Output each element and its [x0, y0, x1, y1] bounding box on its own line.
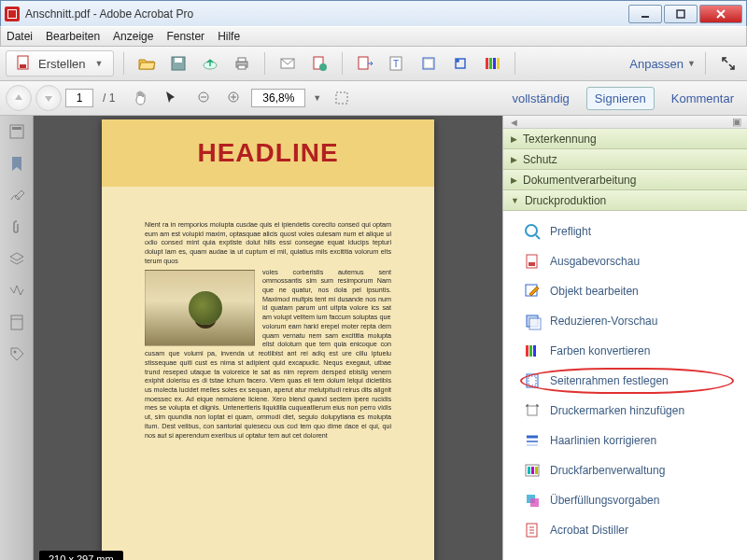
distiller-icon: [524, 522, 541, 539]
chevron-down-icon: ▼: [687, 59, 696, 68]
save-button[interactable]: [165, 50, 191, 77]
layers-icon[interactable]: [8, 250, 25, 267]
page-boxes-icon: [524, 372, 541, 389]
window-titlebar: Anschnitt.pdf - Adobe Acrobat Pro: [0, 0, 747, 26]
preflight-icon: [524, 223, 541, 240]
section-texterkennung[interactable]: ▶Texterkennung: [503, 129, 747, 149]
thumbnails-icon[interactable]: [8, 123, 25, 140]
section-dokumentverarbeitung[interactable]: ▶Dokumentverarbeitung: [503, 170, 747, 190]
menu-anzeige[interactable]: Anzeige: [113, 30, 153, 43]
svg-rect-1: [677, 10, 684, 18]
arrow-down-icon: [43, 92, 54, 104]
printer-marks-button[interactable]: [416, 50, 442, 77]
page-total: / 1: [103, 91, 115, 105]
zigzag-icon[interactable]: [8, 282, 25, 299]
zoom-input[interactable]: [251, 89, 305, 107]
chevron-right-icon: ▶: [511, 155, 517, 164]
tool-druckfarben[interactable]: Druckfarbenverwaltung: [503, 455, 747, 485]
tool-reduzieren-vorschau[interactable]: Reduzieren-Vorschau: [503, 306, 747, 336]
toolbar-main: Erstellen ▼ T Anpassen ▼: [0, 47, 747, 81]
page-dimensions-tooltip: 210 x 297 mm: [39, 551, 123, 560]
svg-point-21: [456, 59, 459, 63]
svg-rect-11: [238, 65, 246, 69]
menu-datei[interactable]: Datei: [7, 30, 33, 43]
signatures-icon[interactable]: [8, 187, 25, 203]
menu-bearbeiten[interactable]: Bearbeiten: [46, 30, 100, 43]
color-button[interactable]: [479, 50, 505, 77]
svg-rect-34: [11, 315, 22, 329]
tool-preflight[interactable]: Preflight: [503, 217, 747, 246]
open-button[interactable]: [134, 50, 160, 77]
color-bars-icon: [484, 55, 500, 72]
printer-icon: [233, 55, 250, 72]
page-up-button[interactable]: [6, 85, 32, 111]
text-edit-icon: T: [388, 55, 405, 72]
crop-button[interactable]: [447, 50, 473, 77]
tool-ueberfuellung[interactable]: Überfüllungsvorgaben: [503, 485, 747, 515]
marquee-zoom-button[interactable]: [329, 85, 355, 111]
tools-panel: ◄ ▣ ▶Texterkennung ▶Schutz ▶Dokumentvera…: [502, 116, 747, 560]
panel-collapse-button[interactable]: ◄ ▣: [503, 116, 747, 129]
select-tool-button[interactable]: [158, 85, 184, 111]
page-box-icon[interactable]: [8, 314, 25, 330]
minimize-button[interactable]: [628, 5, 662, 23]
menu-fenster[interactable]: Fenster: [166, 30, 204, 43]
email-button[interactable]: [275, 50, 301, 77]
svg-rect-62: [530, 498, 539, 507]
svg-rect-33: [12, 127, 21, 130]
document-viewport[interactable]: HEADLINE Nient ra in remporios molupta c…: [34, 116, 502, 560]
svg-rect-45: [529, 345, 532, 357]
cloud-button[interactable]: [197, 50, 223, 77]
tool-ausgabevorschau[interactable]: Ausgabevorschau: [503, 246, 747, 276]
pdf-share-icon: [311, 55, 328, 72]
tool-farben-konvertieren[interactable]: Farben konvertieren: [503, 336, 747, 366]
crop-icon: [452, 55, 469, 72]
link-vollstaendig[interactable]: vollständig: [504, 88, 576, 109]
link-kommentar[interactable]: Kommentar: [664, 88, 741, 109]
print-button[interactable]: [229, 50, 255, 77]
svg-text:T: T: [393, 59, 399, 69]
create-button[interactable]: Erstellen ▼: [6, 50, 114, 77]
chevron-right-icon: ▶: [511, 175, 517, 185]
fullscreen-button[interactable]: [715, 50, 741, 77]
expand-icon: [720, 55, 737, 72]
edit-text-button[interactable]: T: [384, 50, 410, 77]
window-title: Anschnitt.pdf - Adobe Acrobat Pro: [25, 7, 627, 21]
svg-rect-15: [359, 57, 368, 69]
tool-distiller[interactable]: Acrobat Distiller: [503, 515, 747, 545]
tag-icon[interactable]: [8, 345, 25, 362]
hand-tool-button[interactable]: [128, 85, 154, 111]
link-signieren[interactable]: Signieren: [586, 87, 655, 110]
svg-rect-49: [528, 406, 537, 415]
section-druckproduktion[interactable]: ▼Druckproduktion: [503, 190, 747, 211]
zoom-out-button[interactable]: [191, 85, 218, 111]
export-pdf-button[interactable]: [352, 50, 378, 77]
svg-point-36: [13, 351, 16, 354]
menu-hilfe[interactable]: Hilfe: [218, 30, 240, 43]
page-number-input[interactable]: [65, 89, 93, 107]
customize-button[interactable]: Anpassen ▼: [629, 57, 696, 71]
svg-rect-59: [531, 467, 534, 474]
tool-seitenrahmen-festlegen[interactable]: Seitenrahmen festlegen: [503, 366, 747, 396]
cursor-icon: [162, 90, 179, 106]
hairlines-icon: [524, 432, 541, 449]
section-schutz[interactable]: ▶Schutz: [503, 149, 747, 170]
create-label: Erstellen: [38, 57, 86, 71]
attachments-icon[interactable]: [8, 218, 25, 235]
arrow-up-icon: [13, 92, 24, 104]
svg-rect-44: [526, 345, 529, 357]
tool-druckermarken[interactable]: Druckermarken hinzufügen: [503, 396, 747, 426]
hand-icon: [133, 90, 149, 106]
app-icon: [5, 7, 20, 21]
share-button[interactable]: [306, 50, 332, 77]
marquee-icon: [333, 90, 350, 106]
tool-haarlinien[interactable]: Haarlinien korrigieren: [503, 426, 747, 455]
tool-objekt-bearbeiten[interactable]: Objekt bearbeiten: [503, 276, 747, 306]
chevron-down-icon[interactable]: ▼: [313, 93, 321, 103]
page-down-button[interactable]: [35, 85, 62, 111]
zoom-in-button[interactable]: [221, 85, 247, 111]
close-button[interactable]: [699, 5, 742, 23]
bookmark-icon[interactable]: [8, 155, 25, 172]
maximize-button[interactable]: [664, 5, 698, 23]
create-pdf-icon: [16, 55, 33, 72]
